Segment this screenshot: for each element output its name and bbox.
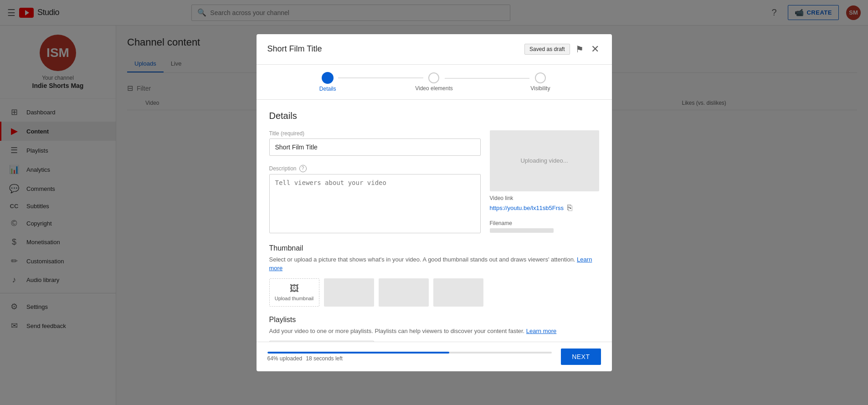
form-left-col: Title (required) Description ?: [269, 130, 481, 244]
step-video-elements-label: Video elements: [415, 85, 453, 92]
thumbnail-options: 🖼 Upload thumbnail: [269, 278, 599, 307]
progress-bar-fill: [267, 352, 450, 354]
playlists-title: Playlists: [269, 316, 599, 324]
thumbnail-option-1[interactable]: [324, 278, 374, 307]
description-field-group: Description ?: [269, 165, 481, 235]
video-preview: Uploading video...: [490, 130, 599, 191]
step-visibility: Visibility: [487, 72, 593, 92]
video-url-link[interactable]: https://youtu.be/lx11sb5Frss: [490, 205, 564, 211]
title-field-group: Title (required): [269, 130, 481, 156]
modal-header-right: Saved as draft ⚑ ✕: [524, 41, 601, 57]
thumbnail-description: Select or upload a picture that shows wh…: [269, 255, 599, 273]
description-textarea[interactable]: [269, 174, 481, 233]
modal-header: Short Film Title Saved as draft ⚑ ✕: [257, 34, 612, 65]
playlists-learn-more-link[interactable]: Learn more: [526, 328, 556, 334]
modal-title: Short Film Title: [267, 44, 322, 54]
progress-bar-background: [267, 352, 552, 354]
title-field-label: Title (required): [269, 130, 481, 137]
description-help-icon[interactable]: ?: [299, 165, 307, 172]
upload-thumbnail-icon: 🖼: [290, 283, 299, 294]
step-video-elements: Video elements: [381, 72, 487, 92]
playlists-section: Playlists Add your video to one or more …: [269, 316, 599, 342]
modal-body: Details Title (required) Description ?: [257, 100, 612, 342]
filename-label: Filename: [490, 220, 599, 226]
step-video-elements-circle: [428, 72, 439, 83]
video-link-label: Video link: [490, 195, 599, 201]
details-section-title: Details: [269, 111, 599, 121]
video-link-section: Video link https://youtu.be/lx11sb5Frss …: [490, 191, 599, 216]
uploading-text: Uploading video...: [520, 157, 568, 164]
description-label: Description: [269, 165, 297, 172]
playlists-description: Add your video to one or more playlists.…: [269, 327, 599, 336]
thumbnail-option-3[interactable]: [433, 278, 483, 307]
warning-icon[interactable]: ⚑: [575, 44, 584, 55]
progress-percent-text: 64% uploaded: [267, 355, 303, 362]
form-row: Title (required) Description ?: [269, 130, 599, 244]
next-button[interactable]: NEXT: [561, 349, 601, 365]
modal-footer: 64% uploaded 18 seconds left NEXT: [257, 342, 612, 371]
step-details-label: Details: [319, 86, 336, 92]
step-details: Details: [275, 72, 381, 92]
progress-text: 64% uploaded 18 seconds left: [267, 355, 552, 362]
step-details-circle: [322, 72, 334, 84]
progress-time-left: 18 seconds left: [306, 355, 343, 362]
steps-bar: Details Video elements Visibility: [257, 65, 612, 100]
thumbnail-option-2[interactable]: [379, 278, 429, 307]
title-input[interactable]: [269, 138, 481, 156]
step-visibility-label: Visibility: [530, 85, 550, 92]
saved-draft-badge: Saved as draft: [524, 44, 570, 55]
modal-close-button[interactable]: ✕: [589, 41, 601, 57]
progress-container: 64% uploaded 18 seconds left: [267, 352, 552, 362]
thumbnail-title: Thumbnail: [269, 244, 599, 252]
video-link-row: https://youtu.be/lx11sb5Frss ⎘: [490, 203, 599, 213]
step-visibility-circle: [535, 72, 546, 83]
upload-thumbnail-label: Upload thumbnail: [275, 296, 314, 301]
description-label-row: Description ?: [269, 165, 481, 172]
modal-overlay: Short Film Title Saved as draft ⚑ ✕ Deta…: [0, 0, 868, 405]
copy-link-icon[interactable]: ⎘: [567, 203, 572, 213]
form-right-col: Uploading video... Video link https://yo…: [490, 130, 599, 244]
upload-modal: Short Film Title Saved as draft ⚑ ✕ Deta…: [257, 34, 612, 371]
thumbnail-section: Thumbnail Select or upload a picture tha…: [269, 244, 599, 307]
upload-thumbnail-button[interactable]: 🖼 Upload thumbnail: [269, 278, 319, 307]
filename-bar: [490, 228, 554, 233]
